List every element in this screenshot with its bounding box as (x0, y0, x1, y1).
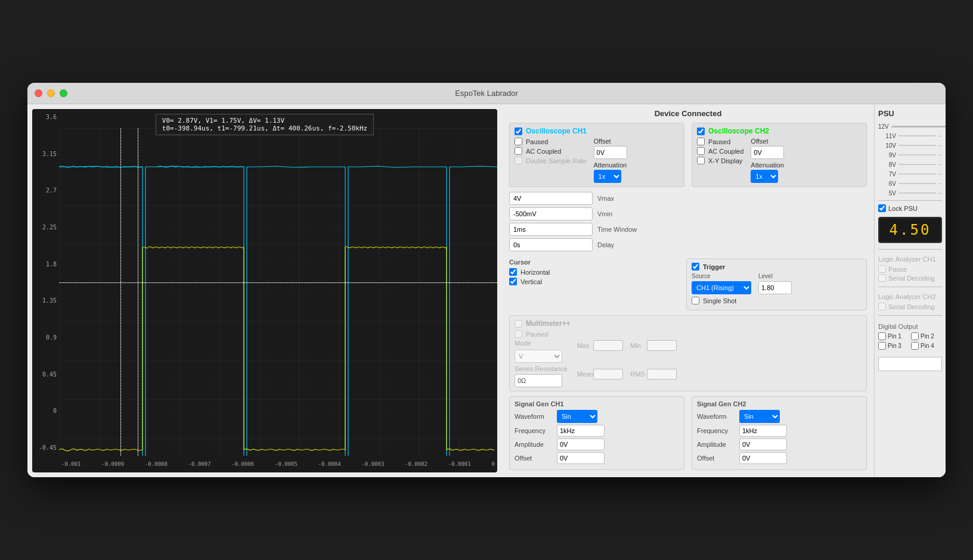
y-label-6: 0.9 (35, 334, 57, 341)
sg2-amplitude-input[interactable] (739, 438, 787, 450)
psu-9v-row: 9V − (878, 151, 942, 158)
params-section: Vmax Vmin Time Window Delay (509, 192, 867, 254)
trigger-level-input[interactable] (758, 281, 792, 294)
cursor-vertical-checkbox[interactable] (509, 278, 517, 285)
do-pin2-checkbox[interactable] (911, 332, 919, 340)
sg2-frequency-input[interactable] (739, 425, 787, 437)
ch1-double-sample-checkbox[interactable] (515, 157, 522, 164)
multimeter-enable-checkbox[interactable] (515, 320, 522, 328)
trigger-section: Trigger Source CH1 (Rising) CH1 (Falling… (686, 259, 867, 310)
psu-12v-label: 12V (878, 123, 889, 130)
trigger-source-select[interactable]: CH1 (Rising) CH1 (Falling) CH2 (Rising) (692, 281, 751, 294)
psu-panel: PSU 12V − 11V − 10V − 9V − 8 (874, 104, 946, 477)
mm-rms-value (647, 369, 677, 379)
vmax-input[interactable] (509, 192, 593, 205)
psu-5v-row: 5V − (878, 189, 942, 197)
close-button[interactable] (35, 89, 42, 97)
osc-info-box: V0= 2.87V, V1= 1.75V, ΔV= 1.13V t0=-398.… (156, 114, 374, 135)
cursor-horizontal-checkbox[interactable] (509, 268, 517, 276)
ch1-box: Oscilloscope CH1 Paused AC Coupled (509, 123, 684, 187)
ch1-ac-coupled-checkbox[interactable] (515, 147, 522, 155)
time-window-input[interactable] (509, 223, 593, 236)
y-label-8: 0 (35, 407, 57, 414)
ch2-xy-display-checkbox[interactable] (697, 157, 705, 164)
do-pin3-label: Pin 3 (888, 343, 901, 349)
multimeter-paused-checkbox[interactable] (515, 330, 522, 338)
logic-ch1-serial-label: Serial Decoding (888, 275, 935, 282)
sig-gen-ch1-title: Signal Gen CH1 (515, 400, 679, 407)
logic-ch2-serial-checkbox[interactable] (878, 303, 886, 310)
ch2-offset-label: Offset (751, 138, 784, 145)
psu-6v-row: 6V − (878, 180, 942, 187)
cursor-trigger-row: Cursor Horizontal Vertical Trigger (509, 259, 867, 310)
psu-5v-label: 5V (878, 190, 896, 197)
window-controls (35, 89, 67, 97)
do-pin4-checkbox[interactable] (911, 342, 919, 350)
sg1-amplitude-input[interactable] (557, 438, 605, 450)
logic-ch2-title: Logic Analyzer CH2 (878, 293, 942, 300)
do-pin4-item: Pin 4 (911, 342, 942, 350)
multimeter-mode-select[interactable]: V A Ω (515, 350, 562, 363)
delay-label: Delay (597, 241, 645, 248)
psu-display: 4.50 (878, 217, 942, 243)
ch1-paused-checkbox[interactable] (515, 138, 522, 145)
trigger-enable-checkbox[interactable] (692, 263, 699, 270)
do-pin1-checkbox[interactable] (878, 332, 886, 340)
right-panel: Device Connected Oscilloscope CH1 Paused (502, 104, 874, 477)
logic-ch1-title: Logic Analyzer CH1 (878, 256, 942, 263)
sg2-offset-input[interactable] (739, 452, 787, 464)
vertical-cursor-2[interactable] (120, 128, 121, 456)
delay-input[interactable] (509, 238, 593, 251)
ch1-offset-input[interactable] (594, 146, 627, 159)
digital-output-section: Digital Output Pin 1 Pin 2 Pin 3 (878, 323, 942, 350)
psu-title: PSU (878, 109, 942, 118)
psu-display-value: 4.50 (890, 222, 931, 238)
series-resistance-input[interactable] (515, 374, 562, 387)
lock-psu-label: Lock PSU (888, 205, 918, 212)
single-shot-label: Single Shot (703, 297, 736, 304)
mm-min-value (647, 340, 677, 351)
vertical-cursor-1[interactable] (138, 128, 138, 456)
do-pin4-label: Pin 4 (921, 343, 934, 349)
do-pin2-label: Pin 2 (921, 333, 934, 340)
logic-ch1-pause-checkbox[interactable] (878, 265, 886, 273)
titlebar: EspoTek Labrador (27, 83, 946, 104)
waveform-container (59, 128, 497, 456)
cursor-vertical-label: Vertical (520, 278, 542, 285)
signal-gen-row: Signal Gen CH1 Waveform Sin Square Trian… (509, 396, 867, 470)
ch2-attenuation-select[interactable]: 1x 10x (751, 170, 778, 183)
sg1-offset-input[interactable] (557, 452, 605, 464)
psu-divider2 (878, 249, 942, 250)
ch1-offset-label: Offset (594, 138, 627, 145)
psu-10v-row: 10V − (878, 142, 942, 149)
series-resistance-label: Series Resistance (515, 365, 568, 372)
ch2-offset-input[interactable] (751, 146, 784, 159)
ch1-attenuation-select[interactable]: 1x 10x (594, 170, 621, 183)
psu-text-input[interactable] (878, 357, 942, 371)
minimize-button[interactable] (47, 89, 55, 97)
sg1-waveform-label: Waveform (515, 413, 553, 420)
psu-slider[interactable] (891, 126, 946, 127)
single-shot-checkbox[interactable] (692, 297, 699, 304)
vmin-input[interactable] (509, 207, 593, 220)
time-window-label: Time Window (597, 226, 645, 233)
sg1-waveform-select[interactable]: Sin Square Triangle (557, 410, 597, 423)
info-line2: t0=-398.94us, t1=-799.21us, Δt= 400.26us… (162, 125, 367, 132)
main-content: V0= 2.87V, V1= 1.75V, ΔV= 1.13V t0=-398.… (27, 104, 946, 477)
sg1-frequency-input[interactable] (557, 425, 605, 437)
lock-psu-checkbox[interactable] (878, 204, 886, 212)
sg2-waveform-select[interactable]: Sin Square Triangle (739, 410, 780, 423)
horizontal-cursor[interactable] (59, 282, 497, 283)
ch2-enable-checkbox[interactable] (697, 127, 705, 135)
app-window: EspoTek Labrador V0= 2.87V, V1= 1.75V, Δ… (27, 83, 946, 477)
ch1-paused-label: Paused (526, 138, 548, 145)
ch2-ac-coupled-checkbox[interactable] (697, 147, 705, 155)
ch2-paused-checkbox[interactable] (697, 138, 705, 145)
logic-ch1-serial-checkbox[interactable] (878, 274, 886, 282)
do-pin3-checkbox[interactable] (878, 342, 886, 350)
maximize-button[interactable] (60, 89, 67, 97)
ch2-attenuation-label: Attenuation (751, 161, 784, 169)
ch1-ac-coupled-label: AC Coupled (526, 148, 561, 155)
ch1-enable-checkbox[interactable] (515, 127, 522, 135)
multimeter-section: Multimeter++ Paused Mode V A (509, 315, 867, 391)
